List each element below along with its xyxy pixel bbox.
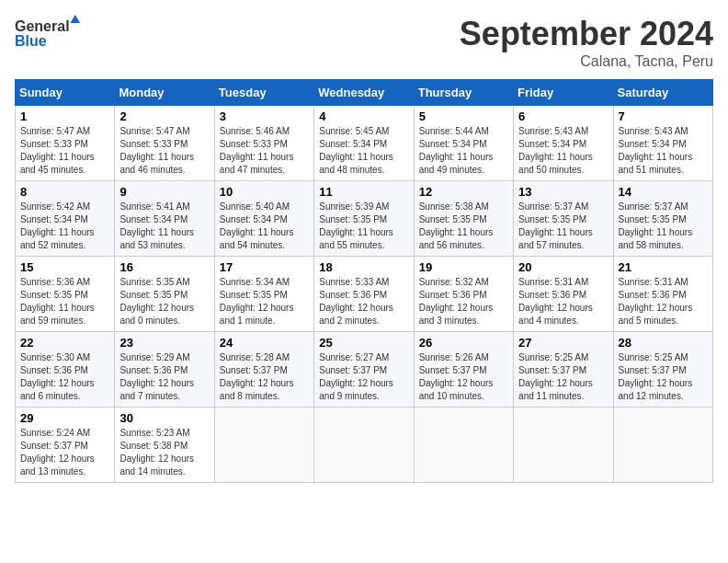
daylight-label: Daylight: 11 hours and 56 minutes. (419, 227, 494, 250)
calendar-cell: 21 Sunrise: 5:31 AM Sunset: 5:36 PM Dayl… (613, 257, 712, 332)
sunrise-label: Sunrise: 5:39 AM (319, 201, 389, 212)
sunrise-label: Sunrise: 5:38 AM (419, 201, 489, 212)
sunrise-label: Sunrise: 5:32 AM (419, 277, 489, 287)
location-title: Calana, Tacna, Peru (460, 53, 713, 70)
daylight-label: Daylight: 12 hours and 7 minutes. (119, 378, 194, 401)
sunrise-label: Sunrise: 5:41 AM (119, 201, 189, 212)
calendar-day-header: Tuesday (214, 80, 313, 106)
day-info: Sunrise: 5:46 AM Sunset: 5:33 PM Dayligh… (220, 125, 309, 177)
calendar-cell (514, 408, 613, 483)
day-info: Sunrise: 5:30 AM Sunset: 5:36 PM Dayligh… (20, 351, 109, 403)
sunrise-label: Sunrise: 5:46 AM (220, 126, 290, 136)
sunset-label: Sunset: 5:35 PM (220, 290, 288, 300)
daylight-label: Daylight: 11 hours and 52 minutes. (20, 227, 95, 250)
day-number: 27 (518, 336, 608, 350)
sunset-label: Sunset: 5:34 PM (319, 139, 387, 149)
calendar-day-header: Friday (514, 80, 613, 106)
sunset-label: Sunset: 5:35 PM (419, 214, 487, 224)
sunset-label: Sunset: 5:36 PM (419, 290, 487, 300)
day-number: 5 (419, 109, 508, 123)
calendar-cell: 14 Sunrise: 5:37 AM Sunset: 5:35 PM Dayl… (613, 181, 712, 257)
sunset-label: Sunset: 5:35 PM (319, 214, 387, 224)
sunrise-label: Sunrise: 5:25 AM (518, 352, 588, 362)
daylight-label: Daylight: 11 hours and 57 minutes. (518, 227, 593, 250)
daylight-label: Daylight: 12 hours and 4 minutes. (518, 303, 593, 326)
day-info: Sunrise: 5:37 AM Sunset: 5:35 PM Dayligh… (619, 201, 708, 252)
sunrise-label: Sunrise: 5:23 AM (119, 428, 189, 438)
sunset-label: Sunset: 5:35 PM (518, 214, 586, 224)
sunset-label: Sunset: 5:37 PM (518, 365, 586, 375)
calendar-cell: 3 Sunrise: 5:46 AM Sunset: 5:33 PM Dayli… (214, 106, 313, 181)
day-info: Sunrise: 5:38 AM Sunset: 5:35 PM Dayligh… (419, 201, 508, 252)
day-number: 14 (619, 185, 708, 199)
daylight-label: Daylight: 11 hours and 59 minutes. (20, 303, 95, 326)
calendar-cell: 4 Sunrise: 5:45 AM Sunset: 5:34 PM Dayli… (314, 106, 414, 181)
day-info: Sunrise: 5:29 AM Sunset: 5:36 PM Dayligh… (119, 351, 209, 403)
day-info: Sunrise: 5:34 AM Sunset: 5:35 PM Dayligh… (220, 276, 309, 327)
sunrise-label: Sunrise: 5:33 AM (319, 277, 389, 287)
calendar-cell: 29 Sunrise: 5:24 AM Sunset: 5:37 PM Dayl… (16, 408, 115, 483)
day-info: Sunrise: 5:26 AM Sunset: 5:37 PM Dayligh… (419, 351, 508, 403)
daylight-label: Daylight: 12 hours and 12 minutes. (619, 378, 693, 401)
daylight-label: Daylight: 11 hours and 58 minutes. (619, 227, 693, 250)
calendar-cell: 19 Sunrise: 5:32 AM Sunset: 5:36 PM Dayl… (414, 257, 513, 332)
svg-text:General: General (15, 18, 70, 34)
daylight-label: Daylight: 11 hours and 53 minutes. (119, 227, 194, 250)
sunrise-label: Sunrise: 5:28 AM (220, 352, 290, 362)
day-number: 9 (119, 185, 209, 199)
day-info: Sunrise: 5:47 AM Sunset: 5:33 PM Dayligh… (119, 125, 209, 177)
sunset-label: Sunset: 5:37 PM (619, 365, 687, 375)
day-info: Sunrise: 5:39 AM Sunset: 5:35 PM Dayligh… (319, 201, 408, 252)
calendar-cell: 1 Sunrise: 5:47 AM Sunset: 5:33 PM Dayli… (16, 106, 115, 181)
sunset-label: Sunset: 5:36 PM (518, 290, 586, 300)
day-info: Sunrise: 5:24 AM Sunset: 5:37 PM Dayligh… (20, 427, 109, 478)
day-number: 6 (518, 109, 608, 123)
calendar-cell: 16 Sunrise: 5:35 AM Sunset: 5:35 PM Dayl… (115, 257, 214, 332)
sunset-label: Sunset: 5:37 PM (319, 365, 387, 375)
calendar-day-header: Monday (115, 80, 214, 106)
day-number: 22 (20, 336, 109, 350)
svg-text:Blue: Blue (15, 33, 47, 49)
sunset-label: Sunset: 5:34 PM (220, 214, 288, 224)
calendar-cell (414, 408, 513, 483)
calendar-cell: 18 Sunrise: 5:33 AM Sunset: 5:36 PM Dayl… (314, 257, 414, 332)
day-info: Sunrise: 5:37 AM Sunset: 5:35 PM Dayligh… (518, 201, 608, 252)
sunrise-label: Sunrise: 5:37 AM (518, 201, 588, 212)
sunrise-label: Sunrise: 5:37 AM (619, 201, 688, 212)
sunrise-label: Sunrise: 5:29 AM (119, 352, 189, 362)
day-number: 7 (619, 109, 708, 123)
sunset-label: Sunset: 5:37 PM (220, 365, 288, 375)
sunrise-label: Sunrise: 5:34 AM (220, 277, 290, 287)
calendar-cell: 13 Sunrise: 5:37 AM Sunset: 5:35 PM Dayl… (514, 181, 613, 257)
logo: General Blue (15, 15, 88, 55)
calendar-cell: 6 Sunrise: 5:43 AM Sunset: 5:34 PM Dayli… (514, 106, 613, 181)
day-number: 24 (220, 336, 309, 350)
page-header: General Blue September 2024 Calana, Tacn… (15, 15, 713, 70)
sunset-label: Sunset: 5:35 PM (119, 290, 188, 300)
calendar-cell: 30 Sunrise: 5:23 AM Sunset: 5:38 PM Dayl… (115, 408, 214, 483)
calendar-cell: 28 Sunrise: 5:25 AM Sunset: 5:37 PM Dayl… (613, 332, 712, 408)
sunset-label: Sunset: 5:37 PM (419, 365, 487, 375)
daylight-label: Daylight: 11 hours and 55 minutes. (319, 227, 393, 250)
daylight-label: Daylight: 12 hours and 0 minutes. (119, 303, 194, 326)
day-number: 19 (419, 260, 508, 274)
day-number: 11 (319, 185, 408, 199)
sunrise-label: Sunrise: 5:44 AM (419, 126, 489, 136)
sunset-label: Sunset: 5:37 PM (20, 441, 88, 451)
day-number: 12 (419, 185, 508, 199)
daylight-label: Daylight: 11 hours and 49 minutes. (419, 152, 494, 175)
calendar-week-row: 29 Sunrise: 5:24 AM Sunset: 5:37 PM Dayl… (16, 408, 713, 483)
day-info: Sunrise: 5:40 AM Sunset: 5:34 PM Dayligh… (220, 201, 309, 252)
sunset-label: Sunset: 5:34 PM (619, 139, 687, 149)
day-number: 18 (319, 260, 408, 274)
day-number: 17 (220, 260, 309, 274)
sunrise-label: Sunrise: 5:40 AM (220, 201, 290, 212)
sunset-label: Sunset: 5:36 PM (20, 365, 88, 375)
calendar-cell: 25 Sunrise: 5:27 AM Sunset: 5:37 PM Dayl… (314, 332, 414, 408)
sunrise-label: Sunrise: 5:43 AM (619, 126, 688, 136)
calendar-cell: 26 Sunrise: 5:26 AM Sunset: 5:37 PM Dayl… (414, 332, 513, 408)
daylight-label: Daylight: 12 hours and 13 minutes. (20, 454, 95, 477)
sunrise-label: Sunrise: 5:27 AM (319, 352, 389, 362)
day-number: 3 (220, 109, 309, 123)
day-number: 30 (119, 411, 209, 425)
